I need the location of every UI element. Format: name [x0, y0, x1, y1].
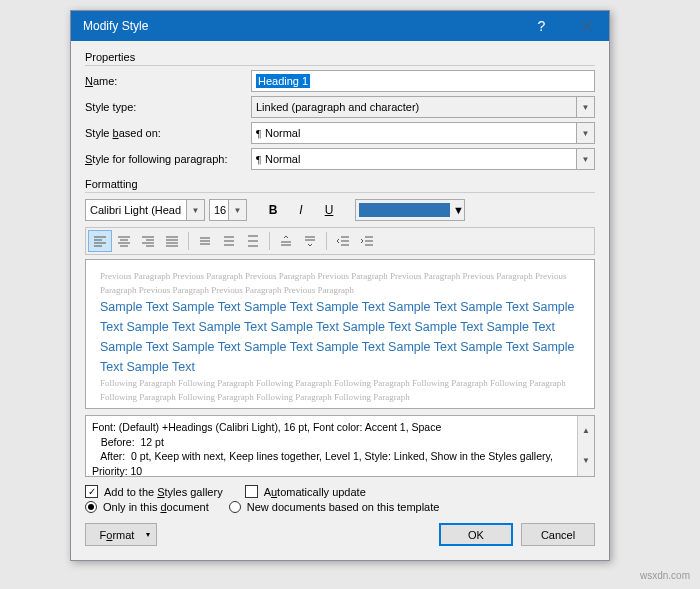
chevron-down-icon[interactable]: ▼	[576, 123, 594, 143]
style-type-select: Linked (paragraph and character)▼	[251, 96, 595, 118]
close-button[interactable]	[564, 11, 609, 41]
align-left-button[interactable]	[88, 230, 112, 252]
modify-style-dialog: Modify Style ? Properties Name: Heading …	[70, 10, 610, 561]
indent-increase-button[interactable]	[355, 230, 379, 252]
name-input[interactable]: Heading 1	[251, 70, 595, 92]
chevron-down-icon: ▼	[576, 97, 594, 117]
only-this-doc-radio[interactable]	[85, 501, 97, 513]
new-docs-label: New documents based on this template	[247, 501, 440, 513]
spacing-double-button[interactable]	[241, 230, 265, 252]
add-to-gallery-label: Add to the Styles gallery	[104, 486, 223, 498]
spacing-single-button[interactable]	[193, 230, 217, 252]
new-docs-radio[interactable]	[229, 501, 241, 513]
ok-button[interactable]: OK	[439, 523, 513, 546]
scroll-up-icon[interactable]: ▲	[578, 416, 594, 446]
dialog-title: Modify Style	[83, 19, 148, 33]
description-line: After: 0 pt, Keep with next, Keep lines …	[92, 449, 588, 478]
scroll-down-icon[interactable]: ▼	[578, 446, 594, 476]
bold-button[interactable]: B	[261, 199, 285, 221]
spacing-onehalf-button[interactable]	[217, 230, 241, 252]
help-button[interactable]: ?	[519, 11, 564, 41]
font-select[interactable]: Calibri Light (Head▼	[85, 199, 205, 221]
align-center-button[interactable]	[112, 230, 136, 252]
pilcrow-icon: ¶	[256, 153, 261, 165]
font-size-select[interactable]: 16▼	[209, 199, 247, 221]
add-to-gallery-checkbox[interactable]: ✓	[85, 485, 98, 498]
chevron-down-icon[interactable]: ▼	[453, 204, 464, 216]
close-icon	[580, 19, 594, 33]
auto-update-checkbox[interactable]	[245, 485, 258, 498]
chevron-down-icon[interactable]: ▼	[576, 149, 594, 169]
watermark: wsxdn.com	[640, 570, 690, 581]
paragraph-toolbar	[85, 227, 595, 255]
name-label: Name:	[85, 75, 245, 87]
indent-decrease-button[interactable]	[331, 230, 355, 252]
description-box: Font: (Default) +Headings (Calibri Light…	[85, 415, 595, 477]
auto-update-label: Automatically update	[264, 486, 366, 498]
align-right-button[interactable]	[136, 230, 160, 252]
space-before-decrease-button[interactable]	[298, 230, 322, 252]
preview-previous-text: Previous Paragraph Previous Paragraph Pr…	[100, 270, 580, 297]
font-color-select[interactable]: ▼	[355, 199, 465, 221]
preview-following-text: Following Paragraph Following Paragraph …	[100, 377, 580, 404]
dialog-body: Properties Name: Heading 1 Style type: L…	[71, 41, 609, 560]
properties-group-label: Properties	[85, 51, 595, 66]
underline-button[interactable]: U	[317, 199, 341, 221]
chevron-down-icon[interactable]: ▼	[186, 200, 204, 220]
style-type-label: Style type:	[85, 101, 245, 113]
following-label: Style for following paragraph:	[85, 153, 245, 165]
description-scrollbar[interactable]: ▲ ▼	[577, 416, 594, 476]
description-line: Before: 12 pt	[92, 435, 588, 450]
only-this-doc-label: Only in this document	[103, 501, 209, 513]
formatting-group-label: Formatting	[85, 178, 595, 193]
cancel-button[interactable]: Cancel	[521, 523, 595, 546]
preview-sample-text: Sample Text Sample Text Sample Text Samp…	[100, 297, 580, 377]
preview-pane: Previous Paragraph Previous Paragraph Pr…	[85, 259, 595, 409]
space-before-increase-button[interactable]	[274, 230, 298, 252]
chevron-down-icon[interactable]: ▼	[228, 200, 246, 220]
pilcrow-icon: ¶	[256, 127, 261, 139]
italic-button[interactable]: I	[289, 199, 313, 221]
color-swatch	[359, 203, 450, 217]
titlebar: Modify Style ?	[71, 11, 609, 41]
based-on-select[interactable]: ¶Normal ▼	[251, 122, 595, 144]
based-on-label: Style based on:	[85, 127, 245, 139]
format-button[interactable]: Format	[85, 523, 157, 546]
align-justify-button[interactable]	[160, 230, 184, 252]
following-select[interactable]: ¶Normal ▼	[251, 148, 595, 170]
description-line: Font: (Default) +Headings (Calibri Light…	[92, 420, 588, 435]
